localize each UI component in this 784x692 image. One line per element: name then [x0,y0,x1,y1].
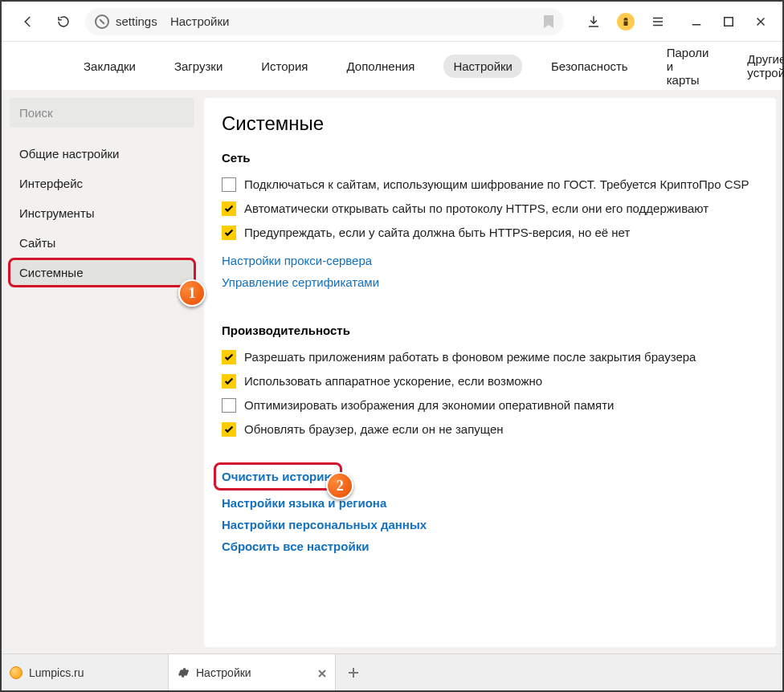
address-prefix: settings [116,14,157,28]
checkbox-label: Использовать аппаратное ускорение, если … [244,374,542,388]
sidebar-item-tools[interactable]: Инструменты [10,198,194,228]
maximize-button[interactable] [720,13,737,31]
close-window-button[interactable] [752,13,770,31]
checkbox-bg-apps[interactable]: Разрешать приложениям работать в фоновом… [222,345,758,369]
checkbox-icon [222,398,236,413]
minimize-button[interactable] [688,13,705,31]
nav-settings[interactable]: Настройки [443,55,522,78]
link-language-region[interactable]: Настройки языка и региона [222,492,758,514]
nav-history[interactable]: История [251,55,317,78]
checkbox-icon [222,201,236,216]
link-personal-data[interactable]: Настройки персональных данных [222,514,758,535]
checkbox-icon [222,374,236,389]
favicon-icon [10,666,22,679]
bookmark-icon[interactable] [543,14,554,29]
sidebar-list: Общие настройки Интерфейс Инструменты Са… [10,139,194,287]
nav-other-devices[interactable]: Другие устройства [737,47,784,84]
link-reset-settings[interactable]: Сбросить все настройки [222,535,758,557]
annotation-callout-1: 1 [178,279,206,307]
tab-close-button[interactable] [317,668,327,678]
sidebar: Поиск Общие настройки Интерфейс Инструме… [10,98,194,647]
tab-title: Lumpics.ru [29,666,84,679]
tab-lumpics[interactable]: Lumpics.ru [2,654,169,690]
toolbar: settings Настройки [2,2,782,42]
checkbox-icon [222,422,236,437]
checkbox-update-bg[interactable]: Обновлять браузер, даже если он не запущ… [222,417,758,442]
nav-security[interactable]: Безопасность [541,55,638,78]
link-certificates[interactable]: Управление сертификатами [222,271,758,293]
gear-icon [177,666,190,679]
sidebar-item-sites[interactable]: Сайты [10,228,194,258]
nav-downloads[interactable]: Загрузки [165,55,232,78]
svg-rect-0 [725,17,733,26]
checkbox-optimize-images[interactable]: Оптимизировать изображения для экономии … [222,393,758,417]
page-title: Системные [222,112,758,135]
checkbox-label: Разрешать приложениям работать в фоновом… [244,350,696,364]
checkbox-label: Обновлять браузер, даже если он не запущ… [244,422,504,436]
search-input[interactable]: Поиск [10,98,194,128]
sidebar-item-general[interactable]: Общие настройки [10,139,194,169]
sidebar-item-interface[interactable]: Интерфейс [10,169,194,198]
menu-button[interactable] [649,13,667,31]
extension-icon[interactable] [617,13,635,31]
section-title-performance: Производительность [222,324,758,337]
sidebar-item-system[interactable]: Системные [10,258,194,287]
checkbox-auto-https[interactable]: Автоматически открывать сайты по протоко… [222,197,758,221]
tab-settings[interactable]: Настройки [169,654,336,690]
nav-bookmarks[interactable]: Закладки [74,55,145,78]
back-button[interactable] [14,8,42,35]
address-title: Настройки [170,14,230,28]
downloads-button[interactable] [585,13,602,31]
checkbox-warn-https[interactable]: Предупреждать, если у сайта должна быть … [222,221,758,245]
reload-button[interactable] [50,8,77,35]
checkbox-label: Оптимизировать изображения для экономии … [244,398,614,412]
checkbox-hw-accel[interactable]: Использовать аппаратное ускорение, если … [222,369,758,393]
site-identity-icon [95,14,109,29]
content-panel: Системные Сеть Подключаться к сайтам, ис… [204,98,776,647]
checkbox-label: Предупреждать, если у сайта должна быть … [244,226,630,239]
link-proxy-settings[interactable]: Настройки прокси-сервера [222,250,758,271]
checkbox-icon [222,177,236,192]
checkbox-gost[interactable]: Подключаться к сайтам, использующим шифр… [222,173,758,197]
settings-nav: Закладки Загрузки История Дополнения Нас… [2,42,782,90]
section-title-network: Сеть [222,151,758,165]
tab-title: Настройки [196,666,251,679]
toolbar-right [585,13,770,31]
address-bar[interactable]: settings Настройки [85,8,564,35]
address-text: settings Настройки [116,14,229,28]
checkbox-icon [222,226,236,240]
link-clear-history[interactable]: Очистить историю [222,466,334,487]
checkbox-label: Автоматически открывать сайты по протоко… [244,201,708,215]
nav-passwords[interactable]: Пароли и карты [657,41,719,92]
browser-window: settings Настройки [0,0,784,692]
tab-bar: Lumpics.ru Настройки [2,653,782,690]
settings-body: Поиск Общие настройки Интерфейс Инструме… [2,90,782,653]
checkbox-label: Подключаться к сайтам, использующим шифр… [244,177,749,191]
new-tab-button[interactable] [336,654,371,690]
checkbox-icon [222,350,236,364]
nav-addons[interactable]: Дополнения [337,55,424,78]
